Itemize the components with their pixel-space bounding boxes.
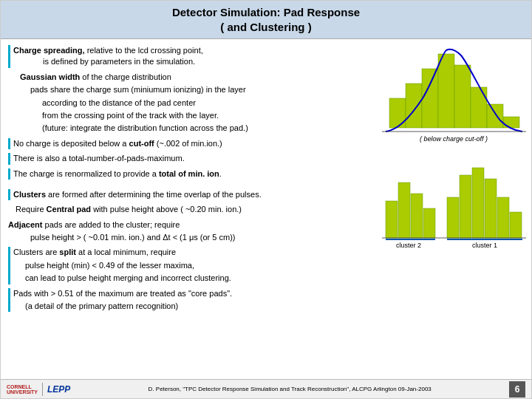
svg-rect-10 [398,183,410,238]
gaussian-indent2: according to the distance of the pad cen… [42,98,369,109]
svg-rect-6 [487,104,503,128]
main-content: Charge spreading, relative to the lcd cr… [1,39,531,379]
svg-rect-1 [406,83,422,128]
page-title: Detector Simulation: Pad Response ( and … [8,5,524,34]
cutoff-text: No charge is deposited below a cut-off (… [13,138,369,149]
svg-rect-17 [497,197,509,238]
svg-rect-5 [471,87,487,128]
central-pad-text: Require Central pad with pulse height ab… [16,204,369,215]
lepp-logo: LEPP [47,384,70,395]
svg-rect-12 [423,208,435,238]
core-pads-section: Pads with > 0.51 of the maximum are trea… [8,288,369,313]
clusters-text: Clusters are formed after determining th… [13,189,369,200]
gaussian-width-text: Gaussian width of the charge distributio… [20,72,369,83]
svg-text:cluster 2: cluster 2 [395,242,420,249]
split-text: Clusters are split at a local minimum, r… [13,247,369,258]
central-pad-section: Require Central pad with pulse height ab… [16,204,369,215]
footer-page-number: 6 [509,381,525,398]
svg-rect-0 [389,98,406,128]
split-section: Clusters are split at a local minimum, r… [8,247,369,284]
gaussian-indent4: (future: integrate the distribution func… [42,123,369,134]
svg-rect-13 [447,197,459,238]
adjacent-section: Adjacent pads are added to the cluster; … [8,219,369,244]
svg-text:cluster 1: cluster 1 [471,242,497,249]
gaussian-width-section: Gaussian width of the charge distributio… [8,72,369,134]
gaussian-indent3: from the crossing point of the track wit… [42,110,369,121]
svg-rect-16 [485,179,497,238]
gaussian-chart-label: ( below charge cut-off ) [420,135,488,143]
title-bar: Detector Simulation: Pad Response ( and … [1,1,531,39]
cornell-logo: CORNELLUNIVERSITY [7,384,38,395]
cluster-chart: cluster 2 cluster 1 [382,153,526,249]
adjacent-text: Adjacent pads are added to the cluster; … [8,219,369,231]
core-pads-text: Pads with > 0.51 of the maximum are trea… [13,288,369,299]
svg-rect-2 [422,69,438,128]
charge-spreading-text: Charge spreading, relative to the lcd cr… [13,45,369,68]
footer: CORNELLUNIVERSITY LEPP D. Peterson, "TPC… [1,379,531,398]
core-pads-indent: (a detail of the primary pattern recogni… [25,301,369,312]
renormalize-text: The charge is renormalized to provide a … [13,168,369,180]
svg-rect-3 [438,54,454,128]
footer-citation: D. Peterson, "TPC Detector Response Simu… [70,386,509,392]
svg-rect-11 [411,194,423,238]
total-number-section: There is also a total-number-of-pads-max… [8,153,369,164]
adjacent-indent1: pulse height > ( ~0.01 min. ion.) and Δt… [30,232,369,243]
cutoff-section: No charge is deposited below a cut-off (… [8,138,369,149]
split-indent2: can lead to pulse height merging and inc… [25,273,369,284]
renormalize-section: The charge is renormalized to provide a … [8,168,369,180]
clusters-section: Clusters are formed after determining th… [8,189,369,200]
split-indent1: pulse height (min) < 0.49 of the lesser … [25,260,369,271]
svg-rect-4 [454,65,471,128]
svg-rect-18 [510,212,522,238]
right-panel: ( below charge cut-off ) [376,39,531,379]
left-panel: Charge spreading, relative to the lcd cr… [1,39,376,379]
page-wrapper: Detector Simulation: Pad Response ( and … [0,0,532,399]
gaussian-indent1: pads share the charge sum (miniumum ioni… [30,84,369,95]
gaussian-chart [382,47,526,135]
total-number-text: There is also a total-number-of-pads-max… [13,153,369,164]
charge-spreading-section: Charge spreading, relative to the lcd cr… [8,45,369,68]
svg-rect-9 [386,201,398,238]
footer-logos: CORNELLUNIVERSITY LEPP [7,383,70,396]
svg-rect-15 [472,168,484,238]
svg-rect-14 [460,175,471,238]
svg-rect-7 [503,117,519,128]
